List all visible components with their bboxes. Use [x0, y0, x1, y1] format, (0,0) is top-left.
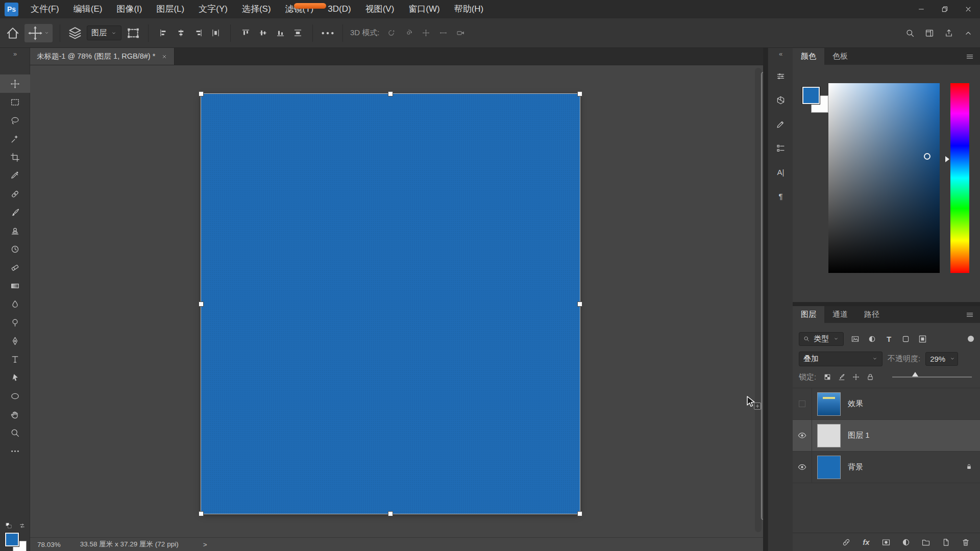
healing-brush-tool[interactable]	[0, 185, 30, 203]
app-logo[interactable]: Ps	[5, 3, 18, 16]
distribute-v-button[interactable]	[290, 26, 305, 41]
dock-collapse-button[interactable]: «	[768, 50, 793, 58]
new-layer-button[interactable]	[940, 536, 952, 548]
filter-adjustment-layers-button[interactable]	[865, 332, 879, 345]
add-mask-button[interactable]	[880, 536, 892, 548]
history-brush-tool[interactable]	[0, 240, 30, 258]
document-canvas[interactable]	[201, 94, 580, 514]
collapse-options-button[interactable]	[961, 26, 976, 41]
menu-3d[interactable]: 3D(D)	[321, 0, 358, 18]
filter-type-layers-button[interactable]: T	[881, 332, 896, 345]
brush-tool[interactable]	[0, 203, 30, 221]
3d-pan-button[interactable]	[419, 26, 434, 41]
menu-image[interactable]: 图像(I)	[109, 0, 149, 18]
lock-pixels-button[interactable]	[836, 371, 848, 383]
filter-toggle[interactable]	[968, 336, 974, 342]
menu-edit[interactable]: 编辑(E)	[66, 0, 110, 18]
3d-orbit-button[interactable]	[384, 26, 399, 41]
blend-mode-dropdown[interactable]: 叠加	[799, 352, 883, 366]
opacity-slider[interactable]	[892, 377, 972, 378]
hand-tool[interactable]	[0, 405, 30, 423]
search-button[interactable]	[902, 26, 918, 41]
panel-properties-button[interactable]	[772, 68, 790, 84]
transform-handle[interactable]	[199, 302, 204, 307]
foreground-color-swatch[interactable]	[5, 533, 19, 546]
align-left-button[interactable]	[156, 26, 171, 41]
lasso-tool[interactable]	[0, 111, 30, 130]
show-transform-controls-icon[interactable]	[126, 26, 141, 41]
color-field-cursor[interactable]	[924, 153, 930, 160]
transform-handle[interactable]	[199, 91, 204, 96]
tab-layers[interactable]: 图层	[793, 306, 824, 323]
distribute-h-button[interactable]	[208, 26, 223, 41]
restore-button[interactable]	[933, 0, 957, 18]
layer-thumbnail[interactable]	[817, 424, 841, 447]
panel-paragraph-button[interactable]: ¶	[772, 188, 790, 204]
align-middle-v-button[interactable]	[255, 26, 271, 41]
delete-layer-button[interactable]	[960, 536, 972, 548]
eraser-tool[interactable]	[0, 258, 30, 277]
tab-paths[interactable]: 路径	[856, 306, 888, 323]
panel-menu-icon[interactable]	[965, 52, 975, 62]
canvas-area[interactable]	[30, 65, 763, 537]
transform-handle[interactable]	[388, 91, 393, 96]
menu-type[interactable]: 文字(Y)	[191, 0, 235, 18]
object-selection-tool[interactable]	[0, 130, 30, 148]
tab-swatches[interactable]: 色板	[824, 48, 856, 65]
saturation-brightness-field[interactable]	[828, 83, 940, 273]
transform-handle[interactable]	[388, 511, 393, 516]
align-center-h-button[interactable]	[173, 26, 188, 41]
panel-character-button[interactable]: A|	[772, 164, 790, 180]
status-menu-arrow[interactable]: >	[203, 541, 207, 548]
panel-info-button[interactable]	[772, 140, 790, 156]
3d-zoom-button[interactable]	[453, 26, 469, 41]
layer-visibility-toggle[interactable]	[793, 420, 812, 452]
panel-foreground-swatch[interactable]	[802, 87, 820, 104]
layer-row[interactable]: 效果	[793, 388, 980, 420]
edit-toolbar-button[interactable]	[0, 442, 30, 460]
menu-window[interactable]: 窗口(W)	[401, 0, 447, 18]
vertical-scrollbar[interactable]	[755, 68, 762, 532]
tab-close-icon[interactable]	[161, 54, 167, 60]
menu-view[interactable]: 视图(V)	[358, 0, 402, 18]
filter-type-dropdown[interactable]: 类型	[799, 332, 844, 346]
lock-transparency-button[interactable]	[821, 371, 834, 383]
tab-channels[interactable]: 通道	[824, 306, 856, 323]
eyedropper-tool[interactable]	[0, 166, 30, 185]
workspace-button[interactable]	[922, 26, 937, 41]
opacity-dropdown[interactable]: 29%	[925, 352, 958, 366]
layer-visibility-toggle[interactable]	[793, 452, 812, 483]
home-icon[interactable]	[5, 26, 20, 41]
path-selection-tool[interactable]	[0, 368, 30, 387]
autoselect-dropdown[interactable]: 图层	[87, 26, 121, 40]
layer-row[interactable]: 背景	[793, 452, 980, 483]
lock-all-button[interactable]	[864, 371, 876, 383]
shape-tool[interactable]	[0, 387, 30, 405]
blur-tool[interactable]	[0, 295, 30, 313]
layer-thumbnail[interactable]	[817, 456, 841, 479]
crop-tool[interactable]	[0, 148, 30, 166]
hue-slider[interactable]	[950, 83, 969, 273]
layer-visibility-toggle[interactable]	[793, 388, 812, 420]
current-tool-button[interactable]	[24, 24, 53, 42]
panel-styles-button[interactable]	[772, 116, 790, 132]
adjustment-layer-button[interactable]	[900, 536, 912, 548]
share-button[interactable]	[941, 26, 957, 41]
panel-menu-icon[interactable]	[965, 310, 975, 320]
gradient-tool[interactable]	[0, 277, 30, 295]
hue-slider-pointer[interactable]	[945, 156, 949, 162]
marquee-tool[interactable]	[0, 93, 30, 111]
dodge-tool[interactable]	[0, 313, 30, 332]
lock-position-button[interactable]	[850, 371, 862, 383]
filter-pixel-layers-button[interactable]	[848, 332, 863, 345]
layer-thumbnail[interactable]	[817, 392, 841, 416]
swap-colors-icon[interactable]	[7, 522, 37, 530]
more-options-icon[interactable]	[320, 26, 335, 41]
transform-handle[interactable]	[577, 511, 582, 516]
align-top-button[interactable]	[238, 26, 253, 41]
type-tool[interactable]	[0, 350, 30, 368]
filter-shape-layers-button[interactable]	[898, 332, 913, 345]
menu-layer[interactable]: 图层(L)	[149, 0, 191, 18]
layer-effects-button[interactable]: fx	[860, 536, 872, 548]
clone-stamp-tool[interactable]	[0, 221, 30, 240]
